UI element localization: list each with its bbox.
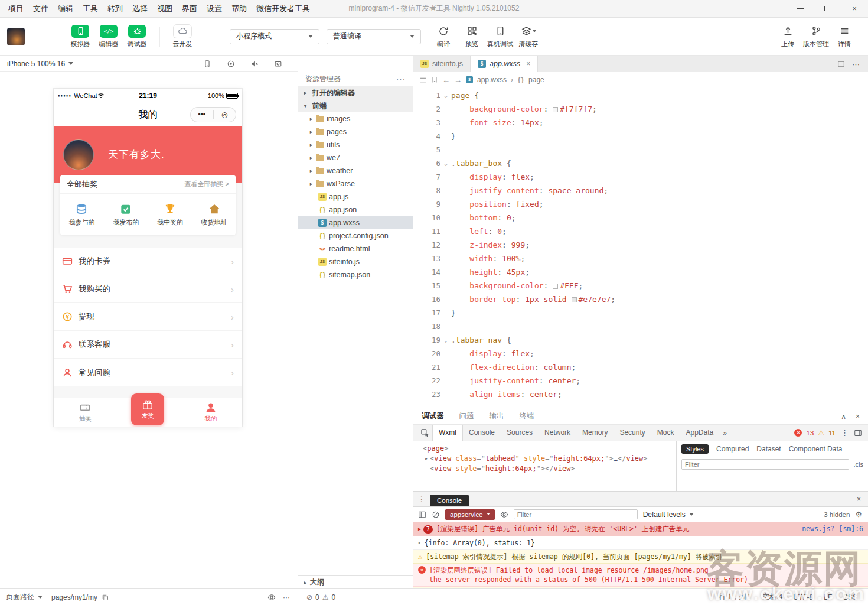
devtools-tab-appdata[interactable]: AppData: [680, 425, 719, 441]
box-item[interactable]: 我发布的: [104, 203, 148, 227]
tab-siteinfo-js[interactable]: JS siteinfo.js: [413, 56, 471, 72]
styles-tab[interactable]: Component Data: [789, 445, 843, 453]
code-line[interactable]: 22 justify-content: center;: [413, 374, 868, 388]
menu-item[interactable]: 视图: [152, 0, 177, 18]
code-line[interactable]: 2 background-color: #f7f7f7;: [413, 102, 868, 116]
tree-item-打开的编辑器[interactable]: ▸打开的编辑器: [298, 86, 413, 99]
close-console-icon[interactable]: ×: [857, 495, 868, 503]
code-line[interactable]: 15 background-color: #FFF;: [413, 279, 868, 292]
tree-item-images[interactable]: ▸images: [298, 112, 413, 125]
devtools-tab-network[interactable]: Network: [539, 425, 576, 441]
compile-button[interactable]: 编译: [429, 25, 458, 48]
console-tab[interactable]: Console: [430, 495, 469, 506]
tree-item-utils[interactable]: ▸utils: [298, 138, 413, 151]
expand-icon[interactable]: ▸: [418, 538, 421, 548]
menu-item-faq[interactable]: 常见问题›: [54, 359, 242, 386]
source-link[interactable]: news.js? [sm]:6: [795, 524, 863, 534]
details-button[interactable]: 详情: [830, 25, 859, 48]
log-levels-select[interactable]: Default levels: [643, 510, 694, 519]
expand-icon[interactable]: ▸: [423, 454, 430, 464]
statusbar-item[interactable]: 行 1，列 1: [719, 592, 752, 602]
debugger-button[interactable]: 调试器: [123, 25, 151, 48]
device-selector[interactable]: iPhone 5 100% 16: [7, 60, 73, 68]
fold-icon[interactable]: ⌄: [440, 89, 451, 102]
panel-tab[interactable]: 终端: [520, 411, 534, 421]
expand-icon[interactable]: ▶: [418, 525, 421, 534]
fold-icon[interactable]: ⌄: [440, 157, 451, 170]
code-line[interactable]: 1⌄page {: [413, 89, 868, 102]
editor-button[interactable]: </>编辑器: [94, 25, 123, 48]
statusbar-item[interactable]: 空格:4: [762, 592, 782, 602]
breadcrumb-rule[interactable]: page: [528, 76, 544, 84]
code-line[interactable]: 14 height: 45px;: [413, 265, 868, 279]
code-line[interactable]: 19⌄.tabbar_nav {: [413, 333, 868, 347]
card-more-link[interactable]: 查看全部抽奖 >: [185, 180, 229, 188]
version-button[interactable]: 版本管理: [802, 25, 830, 48]
collapse-panel-icon[interactable]: ∧: [841, 412, 846, 421]
statusbar-item[interactable]: UTF-8: [793, 593, 813, 601]
tab-profile[interactable]: 我的: [180, 398, 242, 427]
exit-button[interactable]: ◎: [214, 108, 236, 122]
code-line[interactable]: 8 justify-content: space-around;: [413, 184, 868, 197]
console-message[interactable]: ▶7[渲染层错误] 广告单元 id(unit-id) 为空, 请先在 '<URL…: [413, 522, 868, 536]
mode-select[interactable]: 小程序模式: [230, 29, 319, 44]
problems-section[interactable]: ⊘ 0 ⚠ 0: [298, 589, 413, 605]
devtools-tab-security[interactable]: Security: [614, 425, 651, 441]
menu-item[interactable]: 文件: [28, 0, 53, 18]
bookmark-icon[interactable]: [431, 76, 438, 83]
menu-item-service[interactable]: 联系客服›: [54, 331, 242, 359]
close-panel-icon[interactable]: ×: [856, 412, 860, 421]
console-message[interactable]: ✕[渲染层网络层错误] Failed to load local image r…: [413, 564, 868, 587]
panel-tab[interactable]: 调试器: [422, 411, 444, 421]
code-line[interactable]: 6⌄.tabbar_box {: [413, 157, 868, 170]
award-button[interactable]: 发奖: [131, 393, 164, 425]
minimize-button[interactable]: [787, 0, 814, 18]
back-icon[interactable]: ←: [442, 76, 450, 84]
wxml-tree[interactable]: <page>▸<view class="tabhead" style="heig…: [413, 441, 676, 491]
tree-item-app.json[interactable]: {}app.json: [298, 203, 413, 216]
menu-item[interactable]: 编辑: [53, 0, 78, 18]
tree-item-app.wxss[interactable]: Sapp.wxss: [298, 216, 413, 229]
split-editor-icon[interactable]: [837, 60, 845, 68]
code-line[interactable]: 17}: [413, 306, 868, 320]
code-line[interactable]: 23 align-items: center;: [413, 388, 868, 401]
outline-section[interactable]: ▸ 大纲: [298, 575, 413, 588]
menu-item[interactable]: 工具: [78, 0, 103, 18]
forward-icon[interactable]: →: [454, 76, 462, 84]
profile-avatar[interactable]: [63, 139, 94, 170]
user-avatar[interactable]: [7, 28, 25, 45]
menu-item[interactable]: 帮助: [227, 0, 252, 18]
code-editor[interactable]: 1⌄page {2 background-color: #f7f7f7;3 fo…: [413, 87, 868, 408]
code-line[interactable]: 16 border-top: 1px solid #e7e7e7;: [413, 292, 868, 306]
menu-item-coupon[interactable]: 我的卡券›: [54, 248, 242, 275]
code-line[interactable]: 21 flex-direction: column;: [413, 360, 868, 374]
menu-item[interactable]: 设置: [202, 0, 227, 18]
code-line[interactable]: 12 z-index: 999;: [413, 238, 868, 252]
wxml-node[interactable]: ▸<view class="tabhead" style="height:64p…: [413, 454, 676, 464]
close-tab-icon[interactable]: ×: [526, 60, 530, 68]
tree-item-sitemap.json[interactable]: {}sitemap.json: [298, 268, 413, 281]
drag-handle-icon[interactable]: ⋮: [413, 495, 430, 503]
code-line[interactable]: 4}: [413, 129, 868, 143]
tab-app-wxss[interactable]: S app.wxss ×: [471, 56, 538, 72]
more-button[interactable]: •••: [191, 108, 213, 122]
panel-tab[interactable]: 问题: [459, 411, 474, 421]
styles-filter-input[interactable]: [681, 459, 849, 470]
code-line[interactable]: 5: [413, 143, 868, 157]
devtools-tab-wxml[interactable]: Wxml: [432, 425, 463, 441]
console-sidebar-icon[interactable]: [418, 510, 426, 519]
devtools-tab-mock[interactable]: Mock: [651, 425, 680, 441]
warning-count-icon[interactable]: ⚠: [818, 429, 824, 437]
menu-item[interactable]: 转到: [103, 0, 128, 18]
outline-toggle-icon[interactable]: [419, 76, 427, 84]
inspect-element-icon[interactable]: [417, 428, 432, 437]
eye-icon[interactable]: [500, 510, 508, 519]
tree-item-weather[interactable]: ▸weather: [298, 164, 413, 177]
devtools-tab-console[interactable]: Console: [463, 425, 501, 441]
devtools-tab-memory[interactable]: Memory: [576, 425, 614, 441]
styles-tab[interactable]: Computed: [716, 445, 749, 453]
cloud-button[interactable]: 云开发: [168, 25, 197, 48]
code-line[interactable]: 20 display: flex;: [413, 347, 868, 360]
statusbar-item[interactable]: LF: [824, 593, 832, 601]
console-message[interactable]: ⚠[sitemap 索引情况提示] 根据 sitemap 的规则[0], 当前页…: [413, 550, 868, 564]
